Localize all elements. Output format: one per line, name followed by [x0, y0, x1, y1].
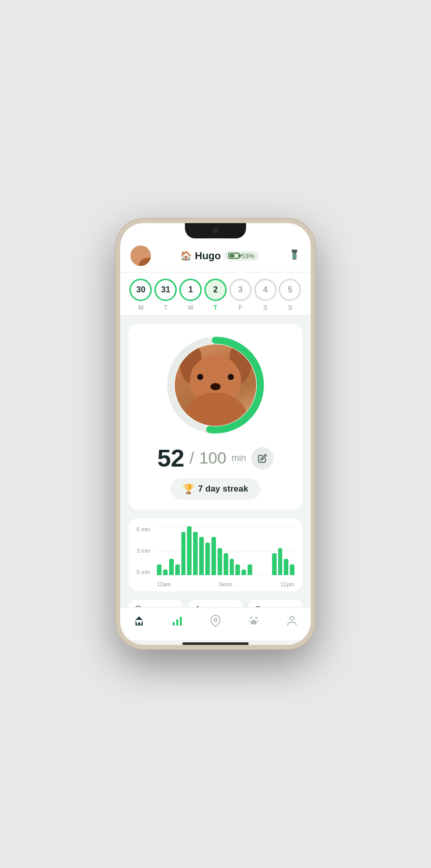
x-label-noon: Noon — [219, 581, 232, 587]
phone-frame: 🏠 Hugo 53% 30 — [116, 219, 315, 649]
day-item-fri[interactable]: 3 F — [229, 279, 252, 311]
day-num-sun: 5 — [288, 285, 292, 294]
activity-stats-row: 52 / 100 min — [157, 444, 274, 472]
home-icon: 🏠 — [180, 250, 192, 261]
svg-point-11 — [255, 617, 257, 619]
day-num-sat: 4 — [263, 285, 267, 294]
chart-area: 6 min 3 min 0 min 12am Noon 11pm — [137, 526, 294, 587]
battery-indicator: 53% — [224, 251, 259, 261]
battery-icon — [228, 253, 239, 259]
day-item-tue[interactable]: 31 T — [154, 279, 177, 311]
chart-container: 6 min 3 min 0 min 12am Noon 11pm — [128, 518, 303, 591]
chart-bar-15 — [248, 564, 252, 575]
chart-bar-6 — [193, 532, 198, 575]
day-label-wed: W — [187, 304, 193, 311]
chart-bar-7 — [199, 537, 204, 575]
chart-bar-12 — [230, 559, 234, 575]
day-circle-sun: 5 — [279, 279, 301, 301]
activity-current: 52 — [157, 444, 184, 472]
flashlight-icon[interactable] — [288, 249, 301, 263]
day-item-thu[interactable]: 2 T — [204, 279, 227, 311]
main-content: 52 / 100 min 🏆 7 day streak — [120, 316, 311, 607]
svg-point-13 — [257, 620, 258, 622]
svg-point-14 — [290, 616, 294, 620]
chart-bar-14 — [241, 569, 246, 575]
chart-bar-4 — [181, 532, 186, 575]
chart-bar-0 — [157, 564, 161, 575]
edit-goal-button[interactable] — [251, 447, 274, 470]
chart-bar-20 — [278, 548, 283, 575]
battery-percent: 53% — [241, 252, 255, 260]
stat-card-rest: Rest 8.5 hrs — [248, 600, 303, 607]
chart-bar-3 — [175, 564, 180, 575]
svg-point-10 — [250, 617, 252, 619]
day-circle-tue: 31 — [154, 279, 177, 301]
day-item-sun[interactable]: 5 S — [279, 279, 301, 311]
x-label-11pm: 11pm — [280, 581, 294, 587]
day-item-mon[interactable]: 30 M — [129, 279, 152, 311]
streak-text: 7 day streak — [198, 484, 248, 494]
chart-bar-19 — [272, 553, 277, 575]
stats-grid: Distance 1.4 mi — [128, 600, 303, 607]
day-num-tue: 31 — [161, 285, 170, 294]
dog-avatar — [130, 246, 151, 266]
y-label-6: 6 min — [137, 526, 150, 532]
screen: 🏠 Hugo 53% 30 — [120, 223, 311, 645]
chart-bar-22 — [290, 564, 294, 575]
day-circle-sat: 4 — [254, 279, 277, 301]
chart-bar-21 — [284, 559, 288, 575]
svg-point-9 — [214, 618, 217, 621]
chart-bar-2 — [169, 559, 174, 575]
day-circle-mon: 30 — [129, 279, 152, 301]
trophy-icon: 🏆 — [183, 483, 194, 495]
day-label-tue: T — [164, 304, 168, 311]
day-num-fri: 3 — [238, 285, 243, 294]
chart-bar-1 — [163, 569, 168, 575]
nav-pets[interactable] — [241, 612, 266, 630]
avatar[interactable] — [130, 246, 151, 266]
svg-rect-8 — [180, 617, 182, 626]
streak-badge: 🏆 7 day streak — [171, 478, 260, 500]
home-indicator — [182, 642, 249, 645]
activity-slash: / — [190, 449, 194, 468]
day-circle-thu: 2 — [204, 279, 227, 301]
day-label-sun: S — [288, 304, 292, 311]
stat-card-calories: Calories 478 kcal — [188, 600, 243, 607]
svg-point-12 — [249, 620, 250, 622]
activity-goal: 100 — [199, 449, 226, 468]
notch — [185, 223, 246, 238]
chart-bar-8 — [205, 542, 210, 575]
svg-rect-6 — [173, 622, 175, 626]
home-nav-icon — [133, 615, 145, 627]
day-label-fri: F — [238, 304, 242, 311]
day-num-thu: 2 — [213, 285, 218, 294]
activity-card: 52 / 100 min 🏆 7 day streak — [128, 324, 303, 510]
chart-bar-11 — [224, 553, 228, 575]
nav-home[interactable] — [127, 612, 151, 630]
chart-bar-9 — [211, 537, 216, 575]
profile-nav-icon — [286, 615, 298, 627]
x-label-12am: 12am — [157, 581, 171, 587]
chart-labels-y: 6 min 3 min 0 min — [137, 526, 150, 575]
chart-bar-5 — [187, 526, 192, 575]
day-label-sat: S — [263, 304, 267, 311]
bars-area — [157, 526, 294, 575]
day-label-thu: T — [213, 304, 217, 311]
stats-nav-icon — [171, 615, 183, 627]
nav-profile[interactable] — [280, 612, 304, 630]
nav-location[interactable] — [203, 612, 228, 630]
header-center: 🏠 Hugo 53% — [180, 250, 258, 262]
dog-center-image — [175, 344, 256, 426]
bottom-nav — [120, 607, 311, 640]
paw-nav-icon — [248, 615, 260, 627]
nav-stats[interactable] — [165, 612, 190, 630]
day-label-mon: M — [138, 304, 143, 311]
progress-ring-container — [165, 334, 266, 436]
day-item-wed[interactable]: 1 W — [179, 279, 202, 311]
day-circle-wed: 1 — [179, 279, 202, 301]
day-num-mon: 30 — [137, 285, 146, 294]
day-item-sat[interactable]: 4 S — [254, 279, 277, 311]
chart-labels-x: 12am Noon 11pm — [157, 581, 294, 587]
chart-bar-13 — [235, 564, 240, 575]
activity-unit: min — [231, 453, 246, 464]
